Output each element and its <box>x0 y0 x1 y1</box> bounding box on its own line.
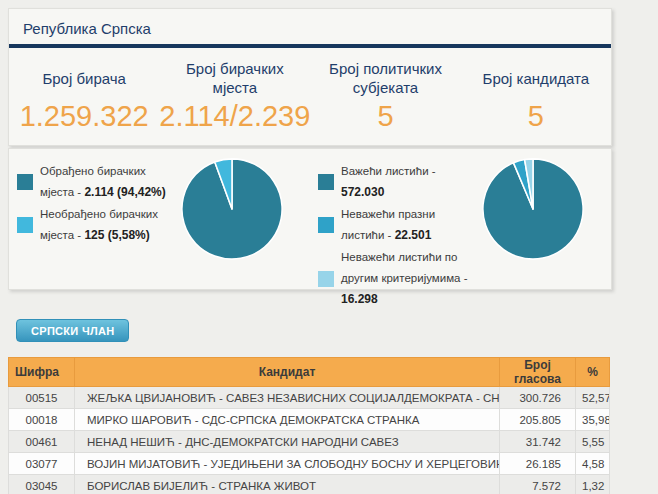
stat-political-subjects: Број политичких субјеката 5 <box>310 56 460 133</box>
legend-item: Неважећи празни листићи - 22.501 <box>318 204 470 246</box>
cell-votes: 31.742 <box>500 431 576 453</box>
cell-code: 00461 <box>9 431 75 453</box>
cell-votes: 300.726 <box>500 387 576 409</box>
cell-candidate: БОРИСЛАВ БИЈЕЛИЋ - СТРАНКА ЖИВОТ <box>75 475 500 494</box>
legend-item: Необрађено бирачких мјеста - 125 (5,58%) <box>17 204 169 246</box>
header-candidate: Кандидат <box>75 358 500 387</box>
cell-votes: 7.572 <box>500 475 576 494</box>
ballots-pie-chart <box>480 156 586 262</box>
cell-candidate: ЖЕЉКА ЦВИЈАНОВИЋ - САВЕЗ НЕЗАВИСНИХ СОЦИ… <box>75 387 500 409</box>
table-row: 00515ЖЕЉКА ЦВИЈАНОВИЋ - САВЕЗ НЕЗАВИСНИХ… <box>9 387 610 409</box>
legend-label: Обрађено бирачких мјеста - 2.114 (94,42%… <box>40 161 169 203</box>
header-percent: % <box>576 358 610 387</box>
results-table: Шифра Кандидат Број гласова % 00515ЖЕЉКА… <box>8 357 610 494</box>
legend-label: Неважећи празни листићи - 22.501 <box>341 204 470 246</box>
cell-candidate: ВОЈИН МИЈАТОВИЋ - УЈЕДИЊЕНИ ЗА СЛОБОДНУ … <box>75 453 500 475</box>
charts-card: Обрађено бирачких мјеста - 2.114 (94,42%… <box>8 148 612 290</box>
stat-label: Број политичких субјеката <box>310 56 460 98</box>
legend-swatch <box>318 271 334 287</box>
srpski-clan-button[interactable]: СРПСКИ ЧЛАН <box>16 319 129 342</box>
cell-percent: 52,57 <box>576 387 610 409</box>
stat-label: Број кандидата <box>461 56 611 98</box>
polling-stations-chart: Обрађено бирачких мјеста - 2.114 (94,42%… <box>9 149 310 289</box>
summary-card: Република Српска Број бирача 1.259.322 Б… <box>8 8 612 146</box>
stat-voters: Број бирача 1.259.322 <box>9 56 159 133</box>
ballots-legend: Важећи листићи - 572.030Неважећи празни … <box>316 155 470 289</box>
stat-value: 2.114/2.239 <box>159 99 310 133</box>
cell-percent: 35,98 <box>576 409 610 431</box>
polling-stations-pie-chart <box>179 156 285 262</box>
legend-swatch <box>17 217 33 233</box>
stat-candidates: Број кандидата 5 <box>461 56 611 133</box>
cell-code: 03077 <box>9 453 75 475</box>
stats-row: Број бирача 1.259.322 Број бирачких мјес… <box>9 48 611 145</box>
stat-value: 1.259.322 <box>9 99 159 133</box>
legend-item: Важећи листићи - 572.030 <box>318 161 470 203</box>
polling-stations-legend: Обрађено бирачких мјеста - 2.114 (94,42%… <box>15 155 169 289</box>
cell-votes: 26.185 <box>500 453 576 475</box>
legend-label: Неважећи листићи по другим критеријумима… <box>341 247 470 310</box>
cell-candidate: НЕНАД НЕШИЋ - ДНС-ДЕМОКРАТСКИ НАРОДНИ СА… <box>75 431 500 453</box>
stat-value: 5 <box>310 99 460 133</box>
legend-label: Необрађено бирачких мјеста - 125 (5,58%) <box>40 204 169 246</box>
cell-votes: 205.805 <box>500 409 576 431</box>
ballots-chart: Важећи листићи - 572.030Неважећи празни … <box>310 149 611 289</box>
cell-code: 03045 <box>9 475 75 494</box>
stat-polling-stations: Број бирачких мјеста 2.114/2.239 <box>159 56 310 133</box>
legend-swatch <box>17 174 33 190</box>
page-title: Република Српска <box>9 9 611 44</box>
cell-code: 00018 <box>9 409 75 431</box>
header-votes: Број гласова <box>500 358 576 387</box>
stat-value: 5 <box>461 99 611 133</box>
header-code: Шифра <box>9 358 75 387</box>
legend-item: Обрађено бирачких мјеста - 2.114 (94,42%… <box>17 161 169 203</box>
stat-label: Број бирачких мјеста <box>159 56 310 98</box>
table-row: 00461НЕНАД НЕШИЋ - ДНС-ДЕМОКРАТСКИ НАРОД… <box>9 431 610 453</box>
legend-label: Важећи листићи - 572.030 <box>341 161 470 203</box>
table-row: 03077ВОЈИН МИЈАТОВИЋ - УЈЕДИЊЕНИ ЗА СЛОБ… <box>9 453 610 475</box>
cell-percent: 1,32 <box>576 475 610 494</box>
table-row: 00018МИРКО ШАРОВИЋ - СДС-СРПСКА ДЕМОКРАТ… <box>9 409 610 431</box>
cell-candidate: МИРКО ШАРОВИЋ - СДС-СРПСКА ДЕМОКРАТСКА С… <box>75 409 500 431</box>
legend-swatch <box>318 217 334 233</box>
cell-percent: 5,55 <box>576 431 610 453</box>
stat-label: Број бирача <box>9 56 159 98</box>
legend-swatch <box>318 174 334 190</box>
legend-item: Неважећи листићи по другим критеријумима… <box>318 247 470 310</box>
cell-percent: 4,58 <box>576 453 610 475</box>
table-header-row: Шифра Кандидат Број гласова % <box>9 358 610 387</box>
cell-code: 00515 <box>9 387 75 409</box>
table-row: 03045БОРИСЛАВ БИЈЕЛИЋ - СТРАНКА ЖИВОТ7.5… <box>9 475 610 494</box>
